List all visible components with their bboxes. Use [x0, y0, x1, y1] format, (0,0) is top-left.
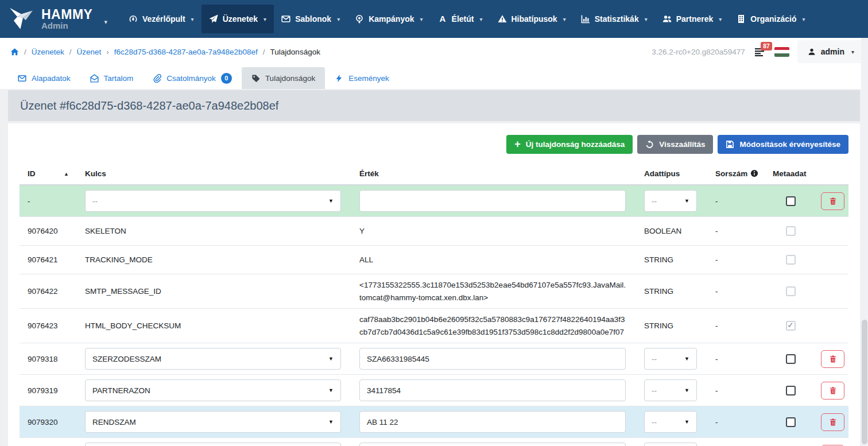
metadata-checkbox [786, 286, 796, 296]
key-select[interactable]: SZERZODESSZAM ▼ [85, 348, 341, 370]
tab-tartalom[interactable]: Tartalom [80, 67, 144, 89]
value-input[interactable] [359, 379, 626, 401]
nav-item-vezerlopult[interactable]: Vezérlőpult ▾ [121, 5, 202, 33]
caret-down-icon: ▼ [684, 387, 689, 393]
add-property-button[interactable]: + Új tulajdonság hozzáadása [506, 135, 633, 154]
tab-csatolmanyok[interactable]: Csatolmányok 0 [143, 67, 242, 89]
nav-item-hibatipusok[interactable]: Hibatípusok ▾ [490, 5, 574, 33]
nav-item-sablonok[interactable]: Sablonok ▾ [274, 5, 347, 33]
cell-key: RENDSZAM ▼ [77, 406, 351, 438]
datatype-select[interactable]: -- ▼ [644, 348, 697, 370]
cell-key: PARTNERAZON ▼ [77, 375, 351, 406]
cell-id: 9076423 [20, 309, 77, 343]
caret-down-icon: ▼ [328, 387, 334, 393]
nav-item-partnerek[interactable]: Partnerek ▾ [655, 5, 730, 33]
brand[interactable]: HAMMY Admin ▾ [8, 7, 107, 31]
column-header-value[interactable]: Érték [351, 162, 636, 185]
cell-value [351, 375, 636, 406]
nav-item-label: Vezérlőpult [142, 14, 185, 24]
nav-item-eletut[interactable]: Életút ▾ [431, 5, 490, 33]
column-header-metadata[interactable]: Metaadat [765, 162, 816, 185]
paperclip-icon [153, 74, 161, 83]
cell-actions [816, 246, 848, 274]
breadcrumb-link-message-id[interactable]: f6c28d75-d368-4287-ae0a-7a948e2b08ef [114, 48, 258, 56]
breadcrumb-link-uzenet[interactable]: Üzenet [77, 48, 102, 56]
envelope-icon [281, 14, 290, 24]
chevron-down-icon: ▾ [851, 49, 854, 55]
column-header-datatype[interactable]: Adattípus [636, 162, 707, 185]
notifications-button[interactable]: 87 [754, 47, 765, 57]
metadata-checkbox[interactable] [786, 354, 796, 364]
cell-id: - [20, 185, 77, 217]
cell-actions [816, 217, 848, 246]
cell-ordinal: - [707, 217, 765, 246]
delete-row-button[interactable] [821, 350, 844, 368]
metadata-checkbox[interactable] [786, 386, 796, 395]
key-select[interactable]: PARTNERAZON ▼ [85, 379, 341, 401]
datatype-select[interactable]: -- ▼ [644, 443, 697, 446]
value-input[interactable] [359, 190, 626, 212]
value-input[interactable] [359, 411, 626, 433]
cell-key: TRACKING_MODE [77, 246, 351, 274]
tab-esemenyek[interactable]: Események [325, 67, 399, 89]
cell-datatype: -- ▼ [636, 185, 707, 217]
hungarian-flag-icon[interactable] [774, 47, 789, 57]
caret-down-icon: ▼ [328, 356, 334, 362]
datatype-select[interactable]: -- ▼ [644, 379, 697, 401]
tab-label: Események [348, 74, 389, 83]
chevron-down-icon: ▾ [104, 18, 107, 26]
key-select[interactable]: -- ▼ [85, 190, 341, 212]
value-input[interactable] [359, 443, 626, 446]
page-title-band: Üzenet #f6c28d75-d368-4287-ae0a-7a948e2b… [8, 90, 860, 121]
column-header-id[interactable]: ID ▲ [20, 162, 77, 185]
reset-button[interactable]: Visszaállítás [637, 135, 713, 154]
breadcrumb-separator: / [69, 48, 72, 56]
nav-item-uzenetek[interactable]: Üzenetek ▾ [202, 5, 274, 33]
key-select[interactable]: RENDSZAM ▼ [85, 411, 341, 433]
user-menu[interactable]: admin ▾ [797, 40, 868, 63]
chevron-separator: › [106, 48, 109, 56]
tab-tulajdonsagok[interactable]: Tulajdonságok [242, 67, 325, 89]
breadcrumb-link-uzenetek[interactable]: Üzenetek [32, 48, 64, 56]
cell-datatype: BOOLEAN [636, 217, 707, 246]
cell-actions [816, 406, 848, 438]
metadata-checkbox[interactable] [786, 417, 796, 427]
delete-row-button[interactable] [821, 413, 844, 431]
cell-value: <1773155322555.3c11870e153d5253b2eae54bd… [351, 274, 636, 309]
home-icon[interactable] [10, 48, 19, 56]
chevron-down-icon: ▾ [337, 16, 340, 22]
nav-item-kampanyok[interactable]: Kampányok ▾ [347, 5, 430, 33]
column-header-actions [816, 162, 848, 185]
key-select[interactable]: STATUS ▼ [85, 443, 341, 446]
caret-down-icon: ▼ [684, 198, 689, 204]
vertical-scrollbar[interactable] [861, 38, 868, 446]
scrollbar-thumb[interactable] [862, 320, 867, 444]
column-header-key[interactable]: Kulcs [77, 162, 351, 185]
tab-alapadatok[interactable]: Alapadatok [8, 67, 80, 89]
delete-row-button[interactable] [821, 382, 844, 400]
column-header-ordinal[interactable]: Sorszám [707, 162, 765, 185]
cell-key: -- ▼ [77, 185, 351, 217]
nav-item-label: Organizáció [750, 14, 796, 24]
value-input[interactable] [359, 348, 626, 370]
delete-row-button[interactable] [821, 192, 844, 210]
cell-id: 9079320 [20, 406, 77, 438]
bolt-icon [335, 74, 343, 83]
breadcrumb: / Üzenetek / Üzenet › f6c28d75-d368-4287… [10, 48, 320, 56]
metadata-checkbox[interactable] [786, 196, 796, 206]
nav-item-organizacio[interactable]: Organizáció ▾ [729, 5, 812, 33]
cell-key: SKELETON [77, 217, 351, 246]
new-property-row: - -- ▼ -- ▼ - [20, 185, 848, 217]
table-row: 9079319 PARTNERAZON ▼ -- ▼ - [20, 375, 848, 406]
cell-value [351, 406, 636, 438]
cell-metadata [765, 406, 816, 438]
apply-changes-button[interactable]: Módosítások érvényesítése [718, 135, 848, 154]
nav-item-statisztikak[interactable]: Statisztikák ▾ [574, 5, 655, 33]
breadcrumb-separator: / [24, 48, 26, 56]
cell-ordinal: - [707, 343, 765, 375]
datatype-select[interactable]: -- ▼ [644, 411, 697, 433]
origami-bird-icon [8, 7, 34, 31]
attachments-count-badge: 0 [221, 73, 232, 84]
datatype-select[interactable]: -- ▼ [644, 190, 697, 212]
trash-icon [829, 355, 837, 363]
